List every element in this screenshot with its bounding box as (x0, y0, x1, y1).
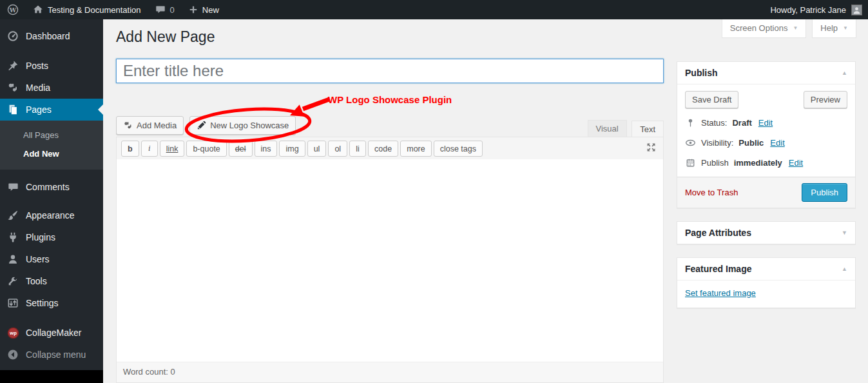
pin-icon (685, 118, 696, 128)
preview-button[interactable]: Preview (804, 91, 847, 108)
publish-box-title: Publish (685, 68, 718, 78)
comments-shortcut[interactable]: 0 (148, 0, 182, 19)
word-count-value: 0 (170, 367, 175, 377)
sidebar-label: Users (26, 254, 50, 264)
sidebar-item-tools[interactable]: Tools (0, 270, 103, 292)
schedule-edit-link[interactable]: Edit (789, 158, 803, 168)
sidebar-label: Collapse menu (26, 349, 86, 360)
plus-icon (189, 5, 198, 14)
sidebar-subitem-add-new[interactable]: Add New (0, 144, 103, 163)
screen-options-button[interactable]: Screen Options ▼ (722, 19, 807, 38)
visibility-label: Visibility: (701, 138, 733, 148)
calendar-icon (685, 158, 696, 168)
expand-arrow-icon[interactable]: ▼ (842, 230, 847, 236)
sidebar-item-comments[interactable]: Comments (0, 176, 103, 198)
wordpress-admin-page: W Testing & Documentation 0 New Howdy, P… (0, 0, 868, 383)
collapse-arrow-icon[interactable]: ▲ (842, 70, 847, 76)
move-to-trash-link[interactable]: Move to Trash (685, 188, 738, 197)
sidebar-item-collagemaker[interactable]: wp CollageMaker (0, 322, 103, 344)
quicktag-close-tags[interactable]: close tags (434, 141, 483, 157)
set-featured-image-link[interactable]: Set featured image (685, 288, 756, 298)
status-edit-link[interactable]: Edit (758, 118, 773, 128)
page-attributes-header[interactable]: Page Attributes ▼ (677, 222, 855, 244)
publish-button[interactable]: Publish (802, 183, 847, 202)
tab-text[interactable]: Text (632, 121, 664, 139)
page-title: Add New Page (116, 27, 215, 46)
featured-image-title: Featured Image (685, 264, 751, 274)
sidebar-label: Tools (26, 276, 47, 286)
wordpress-menu-button[interactable]: W (0, 0, 26, 19)
admin-menu: Dashboard Posts Media Pages (0, 19, 103, 366)
sidebar-item-posts[interactable]: Posts (0, 55, 103, 77)
publish-box-header[interactable]: Publish ▲ (677, 62, 855, 84)
site-name-link[interactable]: Testing & Documentation (26, 0, 148, 19)
plugins-icon (6, 231, 19, 244)
quicktag-link[interactable]: link (160, 141, 185, 157)
sidebar-label: Appearance (26, 210, 75, 221)
major-publishing-actions: Move to Trash Publish (677, 177, 855, 208)
new-content-menu[interactable]: New (182, 0, 226, 19)
sidebar-bottom-strip (0, 370, 103, 383)
sidebar-label: Posts (26, 61, 48, 71)
quicktag-ul[interactable]: ul (307, 141, 327, 157)
sidebar-label: Settings (26, 298, 59, 308)
sidebar-item-settings[interactable]: Settings (0, 292, 103, 314)
pages-submenu: All Pages Add New (0, 121, 103, 170)
sidebar-label: CollageMaker (26, 328, 81, 338)
quicktag-italic[interactable]: i (141, 141, 158, 157)
quicktag-li[interactable]: li (349, 141, 366, 157)
quicktag-more[interactable]: more (400, 141, 431, 157)
sidebar-label: Comments (26, 182, 70, 192)
schedule-label: Publish (701, 158, 729, 168)
sidebar-label: Dashboard (26, 31, 70, 41)
quicktag-code[interactable]: code (368, 141, 398, 157)
title-input[interactable] (116, 59, 664, 83)
quicktag-del[interactable]: del (229, 141, 253, 157)
word-count-label: Word count: (123, 367, 168, 377)
sidebar-item-collapse-menu[interactable]: Collapse menu (0, 344, 103, 366)
page-attributes-title: Page Attributes (685, 228, 751, 238)
sidebar-item-appearance[interactable]: Appearance (0, 204, 103, 226)
quicktag-ins[interactable]: ins (255, 141, 278, 157)
publish-box: Publish ▲ Save Draft Preview Status: Dra… (677, 61, 856, 208)
svg-text:wp: wp (9, 330, 17, 336)
featured-image-box: Featured Image ▲ Set featured image (677, 257, 856, 308)
account-menu[interactable]: Howdy, Patrick Jane (764, 0, 868, 19)
page-attributes-box: Page Attributes ▼ (677, 221, 856, 244)
avatar (851, 5, 862, 15)
status-row: Status: Draft Edit (685, 118, 847, 128)
quicktag-blockquote[interactable]: b-quote (186, 141, 226, 157)
site-name-label: Testing & Documentation (48, 5, 141, 15)
comments-count: 0 (170, 5, 175, 15)
visibility-edit-link[interactable]: Edit (770, 138, 784, 148)
schedule-value: immediately (734, 158, 782, 168)
sidebar-item-plugins[interactable]: Plugins (0, 226, 103, 248)
tab-visual[interactable]: Visual (588, 120, 627, 138)
schedule-row: Publish immediately Edit (685, 158, 847, 168)
help-button[interactable]: Help ▼ (812, 19, 856, 38)
quicktag-img[interactable]: img (279, 141, 305, 157)
sidebar-item-pages[interactable]: Pages (0, 99, 103, 121)
editor-statusbar: Word count: 0 (117, 362, 663, 382)
sidebar-item-media[interactable]: Media (0, 77, 103, 99)
comments-icon (6, 181, 19, 193)
howdy-label: Howdy, Patrick Jane (770, 5, 846, 15)
chevron-down-icon: ▼ (843, 25, 848, 31)
home-icon (33, 5, 43, 15)
quicktag-bold[interactable]: b (121, 141, 139, 157)
visibility-value: Public (738, 138, 764, 148)
sidebar-item-users[interactable]: Users (0, 248, 103, 270)
fullscreen-icon[interactable] (646, 142, 657, 155)
status-label: Status: (701, 118, 727, 128)
quicktags-toolbar: b i link b-quote del ins img ul ol li co… (117, 137, 663, 159)
featured-image-body: Set featured image (677, 280, 855, 308)
save-draft-button[interactable]: Save Draft (685, 91, 738, 108)
quicktag-ol[interactable]: ol (328, 141, 347, 157)
collapse-arrow-icon[interactable]: ▲ (842, 266, 847, 272)
admin-sidebar: Dashboard Posts Media Pages (0, 19, 103, 383)
featured-image-header[interactable]: Featured Image ▲ (677, 258, 855, 280)
sidebar-item-dashboard[interactable]: Dashboard (0, 25, 103, 47)
editor-textarea[interactable] (117, 159, 663, 362)
collapse-icon (6, 348, 19, 361)
sidebar-subitem-all-pages[interactable]: All Pages (0, 126, 103, 144)
